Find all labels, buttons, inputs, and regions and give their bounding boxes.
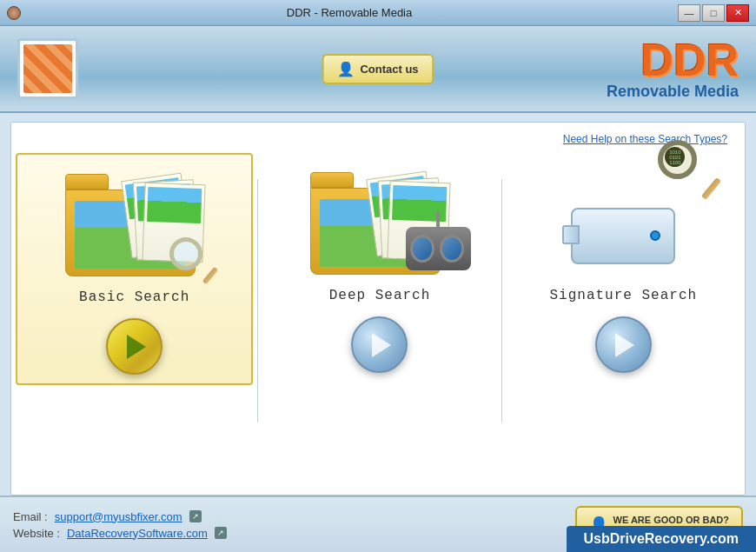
person-icon: 👤 xyxy=(337,61,355,77)
minimize-button[interactable]: — xyxy=(678,4,700,22)
footer-links: Email : support@myusbfixer.com ↗ Website… xyxy=(13,510,227,540)
drive-body xyxy=(571,208,675,264)
usb-bar[interactable]: UsbDriveRecovery.com xyxy=(567,526,756,552)
footer: Email : support@myusbfixer.com ↗ Website… xyxy=(0,495,756,552)
title-bar: DDR - Removable Media — □ ✕ xyxy=(0,0,756,26)
feedback-line1: WE ARE GOOD OR BAD? xyxy=(613,515,729,525)
binoculars-icon xyxy=(406,227,475,288)
email-row: Email : support@myusbfixer.com ↗ xyxy=(13,510,227,523)
basic-search-col: Basic Search xyxy=(16,153,253,385)
drive-mag-handle xyxy=(701,177,721,200)
search-options: Basic Search xyxy=(11,136,745,482)
bino-strap xyxy=(436,211,440,229)
magnifier-icon xyxy=(169,237,217,285)
website-ext-icon[interactable]: ↗ xyxy=(215,527,227,539)
close-button[interactable]: ✕ xyxy=(726,4,749,22)
folder-tab-2 xyxy=(310,172,354,188)
play-triangle-icon xyxy=(127,335,146,359)
folder-tab xyxy=(65,174,109,190)
play-triangle-icon-2 xyxy=(372,333,391,357)
bino-body xyxy=(406,227,471,270)
contact-label: Contact us xyxy=(360,63,418,76)
signature-search-label: Signature Search xyxy=(550,288,698,303)
website-label: Website : xyxy=(13,527,60,540)
maximize-button[interactable]: □ xyxy=(702,4,725,22)
email-ext-icon[interactable]: ↗ xyxy=(189,510,202,522)
contact-button[interactable]: 👤 Contact us xyxy=(322,54,434,84)
main-content: Need Help on these Search Types? xyxy=(10,122,746,495)
signature-search-play-button[interactable] xyxy=(595,316,652,373)
bino-eye-left xyxy=(410,235,434,263)
deep-search-play-button[interactable] xyxy=(351,316,408,373)
website-row: Website : DataRecoverySoftware.com ↗ xyxy=(13,527,227,540)
brand-area: DDR Removable Media xyxy=(607,37,739,101)
play-triangle-icon-3 xyxy=(615,333,634,357)
brand-sub: Removable Media xyxy=(607,83,739,101)
logo-pattern xyxy=(23,44,72,93)
brand-ddr: DDR xyxy=(607,37,739,83)
header: 👤 Contact us DDR Removable Media xyxy=(0,26,756,113)
basic-search-play-button[interactable] xyxy=(106,318,162,375)
bino-eye-right xyxy=(440,235,464,263)
signature-search-drive-icon: 101001011100 xyxy=(554,162,693,275)
deep-search-label: Deep Search xyxy=(329,288,431,303)
window-controls: — □ ✕ xyxy=(678,4,749,22)
deep-search-col: Deep Search xyxy=(258,153,501,382)
email-label: Email : xyxy=(13,510,48,523)
window-title: DDR - Removable Media xyxy=(21,6,678,19)
signature-search-col: 101001011100 Signature Search xyxy=(502,153,745,382)
basic-search-label: Basic Search xyxy=(79,289,189,305)
email-link[interactable]: support@myusbfixer.com xyxy=(55,510,182,523)
logo-box xyxy=(17,38,78,99)
drive-magnifier-icon: 101001011100 xyxy=(658,140,719,201)
deep-search-folder-icon xyxy=(310,162,449,275)
basic-search-folder-icon xyxy=(65,163,204,276)
drive-indicator-dot xyxy=(650,230,660,241)
website-link[interactable]: DataRecoverySoftware.com xyxy=(67,527,208,540)
app-icon xyxy=(7,6,21,20)
